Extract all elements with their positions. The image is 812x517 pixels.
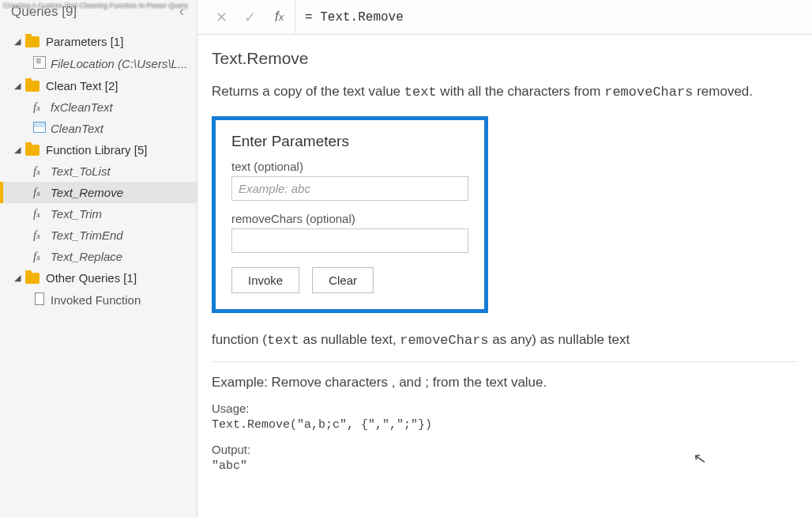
queries-tree: ◢ Parameters [1] FileLocation (C:\Users\…: [0, 26, 197, 311]
group-parameters[interactable]: ◢ Parameters [1]: [0, 31, 197, 52]
sig-code: text: [267, 333, 299, 348]
query-item-label: Text_Replace: [51, 250, 122, 263]
group-label: Clean Text [2]: [46, 79, 118, 92]
group-clean-text[interactable]: ◢ Clean Text [2]: [0, 75, 197, 96]
param-removechars-label: removeChars (optional): [231, 212, 468, 225]
param-removechars-input[interactable]: [231, 228, 468, 253]
fx-icon: fx: [33, 164, 51, 178]
fx-icon: fx: [33, 186, 51, 199]
accept-formula-button[interactable]: ✓: [235, 9, 264, 26]
function-signature: function (text as nullable text, removeC…: [212, 330, 798, 350]
query-item-cleantext[interactable]: CleanText: [0, 118, 197, 139]
fx-icon: fx: [33, 228, 51, 242]
function-description: Returns a copy of the text value text wi…: [212, 82, 798, 102]
query-item-label: fxCleanText: [51, 100, 113, 114]
output-code: "abc": [212, 459, 798, 473]
folder-icon: [25, 36, 39, 47]
fx-icon: fx: [33, 250, 51, 263]
clear-button[interactable]: Clear: [312, 267, 374, 293]
caret-icon: ◢: [14, 145, 24, 155]
query-item-label: CleanText: [51, 122, 103, 135]
function-doc: Text.Remove Returns a copy of the text v…: [197, 35, 812, 517]
query-item-text-tolist[interactable]: fx Text_ToList: [0, 160, 197, 182]
query-item-label: Invoked Function: [51, 293, 141, 307]
main-panel: ✕ ✓ fx Text.Remove Returns a copy of the…: [197, 0, 812, 517]
fx-icon: fx: [33, 100, 51, 114]
desc-text: removed.: [693, 84, 753, 99]
group-label: Parameters [1]: [46, 35, 123, 48]
desc-code: text: [404, 85, 437, 100]
parameter-icon: [33, 56, 51, 71]
group-label: Function Library [5]: [46, 143, 147, 157]
query-item-label: Text_ToList: [51, 164, 111, 178]
divider: [212, 361, 798, 362]
caret-icon: ◢: [14, 273, 24, 283]
folder-icon: [25, 81, 39, 92]
cancel-formula-button[interactable]: ✕: [207, 9, 235, 26]
desc-text: Returns a copy of the text value: [212, 84, 404, 99]
table-icon: [33, 122, 51, 135]
query-item-text-trimend[interactable]: fx Text_TrimEnd: [0, 225, 197, 246]
query-item-filelocation[interactable]: FileLocation (C:\Users\L...: [0, 52, 197, 75]
output-label: Output:: [212, 443, 798, 456]
param-text-label: text (optional): [231, 160, 468, 173]
query-item-text-remove[interactable]: fx Text_Remove: [0, 182, 197, 203]
query-item-text-replace[interactable]: fx Text_Replace: [0, 246, 197, 267]
document-icon: [33, 292, 51, 308]
query-item-fxcleantext[interactable]: fx fxCleanText: [0, 96, 197, 118]
query-item-label: Text_TrimEnd: [51, 228, 123, 242]
sig-text: function (: [212, 332, 267, 347]
formula-bar: ✕ ✓ fx: [197, 0, 812, 35]
query-item-label: Text_Remove: [51, 186, 123, 199]
sig-text: as any) as nullable text: [489, 332, 630, 347]
folder-icon: [25, 145, 39, 156]
desc-text: with all the characters from: [437, 84, 605, 99]
desc-code: removeChars: [604, 85, 693, 100]
group-label: Other Queries [1]: [46, 271, 137, 285]
group-other-queries[interactable]: ◢ Other Queries [1]: [0, 267, 197, 289]
enter-parameters-panel: Enter Parameters text (optional) removeC…: [212, 116, 488, 313]
query-item-invoked-function[interactable]: Invoked Function: [0, 289, 197, 311]
usage-code: Text.Remove("a,b;c", {",",";"}): [212, 418, 798, 432]
param-text-input[interactable]: [231, 176, 468, 201]
video-watermark: Creating A Custom Text Cleaning Function…: [3, 2, 188, 9]
folder-icon: [25, 273, 39, 284]
fx-icon[interactable]: fx: [264, 0, 295, 34]
usage-label: Usage:: [212, 402, 798, 415]
query-item-label: Text_Trim: [51, 207, 102, 221]
formula-input[interactable]: [295, 4, 812, 31]
fx-icon: fx: [33, 207, 51, 221]
enter-parameters-title: Enter Parameters: [231, 133, 468, 150]
function-name: Text.Remove: [212, 49, 798, 68]
caret-icon: ◢: [14, 81, 24, 91]
query-item-text-trim[interactable]: fx Text_Trim: [0, 203, 197, 225]
sig-code: removeChars: [400, 333, 488, 348]
sig-text: as nullable text,: [299, 332, 400, 347]
group-function-library[interactable]: ◢ Function Library [5]: [0, 139, 197, 160]
invoke-button[interactable]: Invoke: [231, 267, 299, 293]
queries-sidebar: Queries [9] ‹ ◢ Parameters [1] FileLocat…: [0, 0, 197, 517]
caret-icon: ◢: [14, 36, 24, 47]
query-item-label: FileLocation (C:\Users\L...: [51, 57, 187, 70]
example-title: Example: Remove characters , and ; from …: [212, 375, 798, 391]
